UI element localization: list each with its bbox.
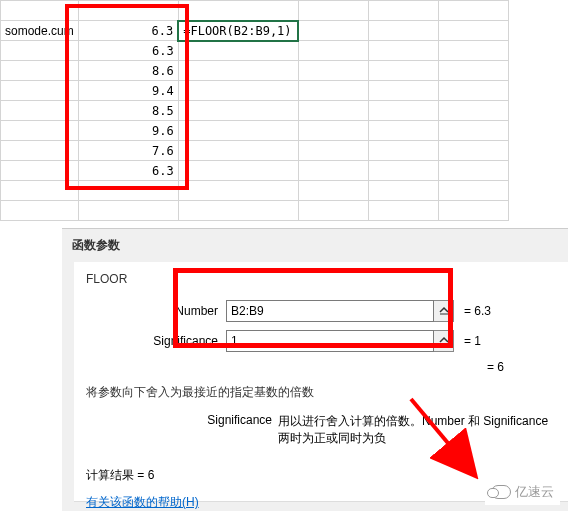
- cell[interactable]: [438, 41, 508, 61]
- cell[interactable]: [298, 81, 368, 101]
- collapse-icon: [439, 336, 449, 346]
- cell-b2[interactable]: 6.3: [78, 21, 178, 41]
- cell[interactable]: [1, 181, 79, 201]
- cell[interactable]: [298, 61, 368, 81]
- dialog-title: 函数参数: [62, 229, 568, 262]
- cell[interactable]: [438, 161, 508, 181]
- range-select-button[interactable]: [434, 330, 454, 352]
- cell[interactable]: [1, 81, 79, 101]
- cell[interactable]: [1, 41, 79, 61]
- cell-a1[interactable]: [1, 1, 79, 21]
- cell[interactable]: [438, 181, 508, 201]
- param-number-result: = 6.3: [464, 304, 491, 318]
- cell[interactable]: [368, 101, 438, 121]
- collapse-icon: [439, 306, 449, 316]
- cell-b6[interactable]: 8.5: [78, 101, 178, 121]
- param-significance-result: = 1: [464, 334, 481, 348]
- cell-c2-formula[interactable]: =FLOOR(B2:B9,1): [178, 21, 298, 41]
- cell[interactable]: [178, 41, 298, 61]
- cell[interactable]: [368, 21, 438, 41]
- function-name: FLOOR: [86, 272, 556, 286]
- cell[interactable]: [1, 61, 79, 81]
- cell-b5[interactable]: 9.4: [78, 81, 178, 101]
- cell[interactable]: [298, 161, 368, 181]
- cell[interactable]: [368, 41, 438, 61]
- cell[interactable]: [78, 181, 178, 201]
- cell[interactable]: [1, 101, 79, 121]
- cell[interactable]: [438, 101, 508, 121]
- cell[interactable]: [78, 201, 178, 221]
- function-arguments-dialog: 函数参数 FLOOR Number = 6.3 Significance =: [62, 228, 568, 511]
- function-result: = 6: [86, 360, 556, 374]
- cell[interactable]: [178, 201, 298, 221]
- cell[interactable]: [298, 121, 368, 141]
- cell[interactable]: [438, 61, 508, 81]
- cell[interactable]: [298, 141, 368, 161]
- cell-watermark: somode.cum: [1, 21, 79, 41]
- cell[interactable]: [1, 121, 79, 141]
- cell[interactable]: [178, 101, 298, 121]
- cell[interactable]: [438, 81, 508, 101]
- cell[interactable]: [1, 161, 79, 181]
- cell-b3[interactable]: 6.3: [78, 41, 178, 61]
- cell[interactable]: [298, 201, 368, 221]
- cell[interactable]: [178, 141, 298, 161]
- cell[interactable]: [178, 121, 298, 141]
- cell[interactable]: [1, 141, 79, 161]
- cell[interactable]: [298, 1, 368, 21]
- cell[interactable]: [178, 161, 298, 181]
- cell-c1[interactable]: [178, 1, 298, 21]
- cell[interactable]: [1, 201, 79, 221]
- cell[interactable]: [178, 181, 298, 201]
- param-description-label: Significance: [86, 413, 278, 447]
- cell-b9[interactable]: 6.3: [78, 161, 178, 181]
- cell[interactable]: [368, 201, 438, 221]
- cell[interactable]: [438, 1, 508, 21]
- cell-b4[interactable]: 8.6: [78, 61, 178, 81]
- function-description: 将参数向下舍入为最接近的指定基数的倍数: [86, 384, 556, 401]
- brand-text: 亿速云: [515, 483, 554, 501]
- cell-b8[interactable]: 7.6: [78, 141, 178, 161]
- param-number-label: Number: [86, 304, 226, 318]
- cell[interactable]: [368, 1, 438, 21]
- cell[interactable]: [368, 141, 438, 161]
- cell[interactable]: [368, 61, 438, 81]
- cell[interactable]: [438, 141, 508, 161]
- cell[interactable]: [368, 181, 438, 201]
- cloud-icon: [491, 485, 511, 499]
- cell[interactable]: [438, 121, 508, 141]
- cell[interactable]: [298, 41, 368, 61]
- cell[interactable]: [438, 201, 508, 221]
- cell[interactable]: [178, 81, 298, 101]
- cell[interactable]: [298, 21, 368, 41]
- cell[interactable]: [368, 161, 438, 181]
- param-significance-label: Significance: [86, 334, 226, 348]
- spreadsheet-grid[interactable]: somode.cum6.3=FLOOR(B2:B9,1) 6.3 8.6 9.4…: [0, 0, 568, 221]
- help-link[interactable]: 有关该函数的帮助(H): [86, 495, 199, 509]
- cell[interactable]: [368, 121, 438, 141]
- cell-b7[interactable]: 9.6: [78, 121, 178, 141]
- cell[interactable]: [298, 181, 368, 201]
- cell-b1[interactable]: [78, 1, 178, 21]
- param-number-input[interactable]: [226, 300, 434, 322]
- cell[interactable]: [298, 101, 368, 121]
- cell[interactable]: [438, 21, 508, 41]
- cell[interactable]: [178, 61, 298, 81]
- param-description-text: 用以进行舍入计算的倍数。Number 和 Significance 两时为正或同…: [278, 413, 556, 447]
- range-select-button[interactable]: [434, 300, 454, 322]
- param-significance-input[interactable]: [226, 330, 434, 352]
- cell[interactable]: [368, 81, 438, 101]
- brand-watermark: 亿速云: [485, 479, 560, 505]
